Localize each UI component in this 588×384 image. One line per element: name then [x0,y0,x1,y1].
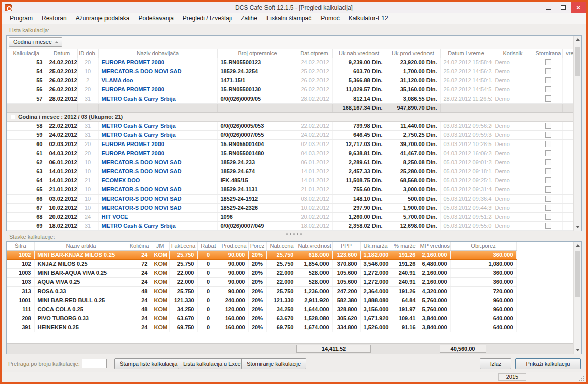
stavka-row[interactable]: 1001MINI BAR-RED BULL 0.2524KOM121.33002… [7,296,516,305]
stampa-liste-button[interactable]: Štampa liste kalkulacija [114,358,183,369]
stornirana-checkbox[interactable] [545,150,551,156]
stornirana-checkbox[interactable] [545,196,551,202]
stavka-row[interactable]: 111COCA COLA 0.2548KOM34.2500120.00020%3… [7,305,516,314]
kalkulacija-row[interactable]: 6710.02.201210MERCATOR-S DOO NOVI SAD185… [7,203,577,212]
menu-item-zalihe[interactable]: Zalihe [236,13,262,24]
scroll-down-button[interactable] [574,223,581,231]
kalkulacija-row[interactable]: 6603.02.201210MERCATOR-S DOO NOVI SAD185… [7,194,577,203]
close-button[interactable]: × [571,2,586,13]
stornirana-checkbox[interactable] [545,123,551,129]
column-header-korisnik[interactable]: Korisnik [492,49,534,58]
kalkulacija-row[interactable]: 5324.02.201220EUROPA PROMET 200015-RN055… [7,58,577,67]
kalkulacija-row[interactable]: 6002.03.201220EUROPA PROMET 200015-RN055… [7,139,577,149]
minimize-button[interactable] [541,2,556,13]
column-header-uk-marza[interactable]: Uk.marža [360,242,391,250]
menu-item-pregledi-izve-taji[interactable]: Pregledi / Izveštaji [178,13,236,24]
stornirana-checkbox[interactable] [545,177,551,183]
column-header-fakt-cena[interactable]: Fakt.cena [169,242,197,250]
stavka-row[interactable]: 1003MINI BAR-AQUA VIVA 0.2524KOM22.00009… [7,268,516,277]
column-header-porez[interactable]: Porez [248,242,266,250]
column-header-datum-i-vreme[interactable]: Datum i vreme [440,49,492,58]
column-header-nab-cena[interactable]: Nab.cena [266,242,297,250]
kalkulacija-row[interactable]: 6820.02.201224HIT VOCE109620.02.20121,26… [7,212,577,221]
izlaz-button[interactable]: Izlaz [480,358,511,369]
column-header-nab-vrednost[interactable]: Nab.vrednost [297,242,332,250]
stornirana-checkbox[interactable] [545,159,551,165]
column-header-uk-nab-vrednost[interactable]: Uk.nab.vrednost [332,49,386,58]
stornirana-checkbox[interactable] [545,168,551,174]
storniranje-button[interactable]: Storniranje kalkulacije [241,358,306,369]
column-header-jm[interactable]: JM [151,242,169,250]
column-header-kolicina[interactable]: Količina [128,242,151,250]
column-header-ppp[interactable]: PPP [332,242,360,250]
stornirana-checkbox[interactable] [545,186,551,193]
menu-item-restoran[interactable]: Restoran [37,13,71,24]
stavke-scrollbar[interactable] [573,242,581,354]
stornirana-checkbox[interactable] [545,205,551,211]
kalkulacija-row[interactable]: 5728.02.201231METRO Cash & Carry Srbija0… [7,94,577,103]
stavka-row[interactable]: 313ROSA 0.3348KOM25.750090.00020%25.7501… [7,286,516,296]
excel-export-button[interactable]: Lista kalkulacija u Excel [178,358,247,369]
kalkulacija-row[interactable]: 6314.01.201210MERCATOR-S DOO NOVI SAD185… [7,167,577,176]
scroll-thumb[interactable] [575,251,580,297]
collapse-group-icon[interactable] [11,115,15,119]
stavka-row[interactable]: 103AQUA VIVA 0.2524KOM22.000090.00020%22… [7,277,516,286]
stavka-row[interactable]: 208PIVO TUBORG 0.3324KOM63.6700160.00020… [7,314,516,323]
group-by-button[interactable]: Godina i mesec [9,37,62,47]
stornirana-checkbox[interactable] [545,214,551,220]
column-header-stornirana[interactable]: Stornirana [534,49,562,58]
stornirana-checkbox[interactable] [545,68,551,74]
menu-item-kalkulator-f12[interactable]: Kalkulator-F12 [344,13,393,24]
kalkulacija-row[interactable]: 5425.02.201210MERCATOR-S DOO NOVI SAD185… [7,67,577,76]
stavka-row[interactable]: 102KNJAZ MILOS 0.2572KOM25.750090.00020%… [7,259,516,268]
splitter[interactable] [6,232,582,235]
stornirana-checkbox[interactable] [545,77,551,83]
stavka-row[interactable]: 391HEINEKEN 0.2524KOM69.7500160.00020%69… [7,323,516,332]
stornirana-checkbox[interactable] [545,86,551,92]
column-header-dat-otprem[interactable]: Dat.otprem. [298,49,332,58]
column-header-id-dob[interactable]: ID dob. [77,49,98,58]
resize-grip[interactable] [578,375,584,381]
kalkulacija-row[interactable]: 6521.01.201210MERCATOR-S DOO NOVI SAD185… [7,185,577,194]
kalkulacija-row[interactable]: 5924.02.201231METRO Cash & Carry Srbija0… [7,130,577,139]
stornirana-checkbox[interactable] [545,59,551,65]
column-header-kalkulacija[interactable]: Kalkulacija [7,49,46,58]
column-header-prod-cena[interactable]: Prod.cena [220,242,248,250]
column-header-broj-otpremnice[interactable]: Broj otpremnice [217,49,298,58]
stornirana-checkbox[interactable] [545,95,551,102]
stavka-row[interactable]: 1002MINI BAR-KNJAZ MILOS 0.2524KOM25.750… [7,250,516,259]
kalkulacija-row[interactable]: 6918.02.201231METRO Cash & Carry Srbija0… [7,221,577,230]
menu-item-pomo[interactable]: Pomoć [316,13,344,24]
column-header-naziv-artikla[interactable]: Naziv artikla [34,242,128,250]
menu-item-a-uriranje-podataka[interactable]: Ažuriranje podataka [71,13,134,24]
search-kalkulacija-input[interactable] [82,359,107,368]
kalkulacija-row[interactable]: 5822.02.201231METRO Cash & Carry Srbija0… [7,121,577,130]
column-header-datum[interactable]: Datum [46,49,77,58]
kalkulacije-scrollbar[interactable] [573,36,581,231]
menu-item-pode-avanja[interactable]: Podešavanja [134,13,178,24]
scroll-thumb[interactable] [575,47,580,76]
column-header-rabat[interactable]: Rabat [197,242,220,250]
prikazi-kalkulaciju-button[interactable]: Prikaži kalkulaciju [515,358,581,369]
column-header-naziv-dobavljaca[interactable]: Naziv dobavljača [98,49,217,58]
kalkulacija-row[interactable]: 6104.03.201220EUROPA PROMET 200015-RN055… [7,149,577,158]
maximize-button[interactable] [556,2,571,13]
column-header-pct-marze[interactable]: % marže [391,242,419,250]
column-header-obr-porez[interactable]: Obr.porez [450,242,516,250]
menu-item-fiskalni-tampa[interactable]: Fiskalni štampač [262,13,316,24]
scroll-down-button[interactable] [574,346,581,354]
kalkulacija-row[interactable]: 6206.01.201210MERCATOR-S DOO NOVI SAD185… [7,158,577,167]
kalkulacija-row[interactable]: 5626.02.201220EUROPA PROMET 200015-RN055… [7,85,577,94]
stornirana-checkbox[interactable] [545,132,551,138]
column-header-mp-vrednost[interactable]: MP vrednost [419,242,450,250]
scroll-up-button[interactable] [574,36,581,44]
column-header-uk-prod-vrednost[interactable]: Uk.prod.vrednost [386,49,440,58]
kalkulacija-row[interactable]: 6414.01.201221ECOMEX DOOIFK-485/1514.01.… [7,176,577,185]
stornirana-checkbox[interactable] [545,223,551,229]
kalkulacija-row[interactable]: 5526.02.20122VLAMA doo1471-15/126.02.201… [7,76,577,85]
menu-item-program[interactable]: Program [5,13,37,24]
scroll-up-button[interactable] [574,242,581,250]
group-header-row[interactable]: Godina i mesec : 2012 / 03 (Ukupno: 21) [7,112,577,121]
stornirana-checkbox[interactable] [545,141,551,147]
column-header-sifra[interactable]: Šifra [7,242,34,250]
